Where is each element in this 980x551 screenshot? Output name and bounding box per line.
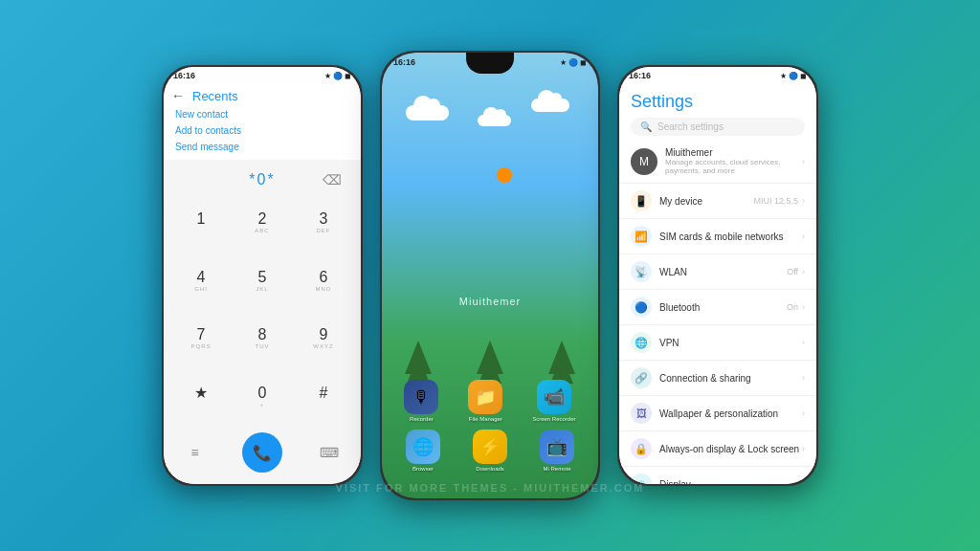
dialer-key-5[interactable]: 5 JKL	[233, 253, 292, 309]
wlan-content: WLAN	[659, 267, 787, 277]
dialer-key-9[interactable]: 9 WXYZ	[294, 311, 353, 367]
settings-connection[interactable]: 🔗 Connection & sharing ›	[619, 361, 816, 396]
dialer-key-6[interactable]: 6 MNO	[294, 253, 353, 309]
dialer-key-hash[interactable]: #	[294, 368, 353, 425]
dialer-key-4[interactable]: 4 GHI	[171, 253, 231, 309]
app-files-label: File Manager	[469, 416, 502, 422]
search-icon: 🔍	[640, 121, 652, 132]
app-file-manager[interactable]: 📁 File Manager	[468, 380, 502, 422]
dialer-key-0[interactable]: 0 +	[233, 368, 292, 425]
wallpaper-icon: 🖼	[631, 403, 652, 424]
cloud-1	[406, 105, 449, 121]
app-downloads[interactable]: ⚡ Downloads	[473, 430, 507, 472]
phone-home: 16:16 ★ 🔵 ◼ Miuithemer 🎙 Recorder 📁 F	[380, 51, 600, 500]
settings-wlan[interactable]: 📡 WLAN Off ›	[619, 254, 816, 290]
home-screen: 16:16 ★ 🔵 ◼ Miuithemer 🎙 Recorder 📁 F	[382, 53, 598, 498]
phone-frame-center: 16:16 ★ 🔵 ◼ Miuithemer 🎙 Recorder 📁 F	[380, 51, 600, 500]
wlan-title: WLAN	[659, 267, 787, 277]
trees	[382, 341, 598, 374]
cloud-2	[478, 115, 511, 126]
cloud-3	[531, 99, 569, 112]
dialer-keypad: 1 2 ABC 3 DEF 4 GHI 5 JKL	[164, 194, 361, 425]
phone-frame-right: 16:16 ★ 🔵 ◼ Settings 🔍 Search settings M…	[617, 65, 818, 486]
dialer-delete-icon[interactable]: ⌫	[323, 172, 342, 187]
profile-avatar: M	[631, 148, 657, 175]
app-row-2: 🌐 Browser ⚡ Downloads 📺 Mi Remote	[390, 430, 590, 472]
my-device-title: My device	[659, 196, 753, 207]
settings-screen: 16:16 ★ 🔵 ◼ Settings 🔍 Search settings M…	[619, 67, 816, 484]
profile-chevron: ›	[802, 157, 805, 166]
app-recorder[interactable]: 🎙 Recorder	[404, 380, 438, 422]
dialer-input-area: *0* ⌫	[164, 160, 361, 194]
dialer-top-bar: ← Recents	[164, 84, 361, 105]
settings-wallpaper[interactable]: 🖼 Wallpaper & personalization ›	[619, 396, 816, 431]
tree-2	[477, 341, 503, 374]
my-device-value: MIUI 12.5.5	[753, 196, 798, 206]
app-recorder-icon: 🎙	[404, 380, 438, 414]
new-contact-link[interactable]: New contact	[175, 109, 349, 120]
home-apps: 🎙 Recorder 📁 File Manager 📹 Screen Recor…	[390, 380, 590, 479]
settings-search-bar[interactable]: 🔍 Search settings	[631, 118, 805, 136]
dialer-key-8[interactable]: 8 TUV	[233, 311, 292, 367]
settings-title: Settings	[631, 92, 805, 112]
dialer-screen: 16:16 ★ 🔵 ◼ ← Recents New contact Add to…	[164, 67, 361, 484]
dialer-key-1[interactable]: 1	[171, 194, 231, 251]
app-screen-recorder[interactable]: 📹 Screen Recorder	[532, 380, 575, 422]
home-status-time: 16:16	[393, 57, 415, 67]
connection-content: Connection & sharing	[659, 373, 802, 384]
app-browser-label: Browser	[412, 466, 434, 472]
profile-info: Miuithemer Manage accounts, cloud servic…	[665, 147, 802, 175]
dialer-key-2[interactable]: 2 ABC	[233, 194, 292, 251]
my-device-content: My device	[659, 196, 753, 207]
app-screenrec-label: Screen Recorder	[532, 416, 575, 422]
settings-vpn[interactable]: 🌐 VPN ›	[619, 325, 816, 361]
settings-always-on[interactable]: 🔒 Always-on display & Lock screen ›	[619, 431, 816, 467]
status-icons-dialer: ★ 🔵 ◼	[324, 72, 351, 80]
home-status-icons: ★ 🔵 ◼	[560, 58, 587, 67]
dialer-key-star[interactable]: ★	[171, 368, 231, 425]
status-bar-dialer: 16:16 ★ 🔵 ◼	[164, 67, 361, 84]
dialer-input-text: *0*	[249, 171, 275, 188]
wlan-chevron: ›	[802, 267, 805, 276]
phone-settings: 16:16 ★ 🔵 ◼ Settings 🔍 Search settings M…	[617, 65, 818, 486]
settings-display[interactable]: ☀ Display ›	[619, 467, 816, 484]
sim-chevron: ›	[802, 231, 805, 241]
my-device-icon: 📱	[631, 190, 652, 211]
bluetooth-icon: 🔵	[631, 297, 652, 318]
dialer-key-7[interactable]: 7 PQRS	[171, 311, 231, 367]
settings-header: Settings 🔍 Search settings	[619, 84, 816, 140]
connection-icon: 🔗	[631, 367, 652, 388]
dialer-menu-btn[interactable]: ≡	[180, 437, 211, 468]
settings-status-icons: ★ 🔵 ◼	[780, 72, 807, 80]
bluetooth-title: Bluetooth	[659, 302, 787, 313]
settings-my-device[interactable]: 📱 My device MIUI 12.5.5 ›	[619, 184, 816, 219]
back-arrow-icon[interactable]: ←	[171, 88, 185, 103]
app-miremote-label: Mi Remote	[543, 466, 570, 472]
profile-desc: Manage accounts, cloud services, payment…	[665, 158, 802, 175]
connection-title: Connection & sharing	[659, 373, 802, 384]
tree-3	[548, 341, 575, 374]
settings-profile-item[interactable]: M Miuithemer Manage accounts, cloud serv…	[619, 140, 816, 184]
add-to-contacts-link[interactable]: Add to contacts	[175, 125, 349, 136]
app-browser[interactable]: 🌐 Browser	[406, 430, 440, 472]
app-downloads-label: Downloads	[476, 466, 504, 472]
vpn-content: VPN	[659, 338, 802, 348]
app-mi-remote[interactable]: 📺 Mi Remote	[540, 430, 574, 472]
dialer-menu: New contact Add to contacts Send message	[164, 105, 361, 160]
wallpaper-title: Wallpaper & personalization	[659, 408, 802, 419]
profile-name: Miuithemer	[665, 147, 802, 158]
status-time-dialer: 16:16	[173, 71, 195, 80]
settings-sim-cards[interactable]: 📶 SIM cards & mobile networks ›	[619, 219, 816, 254]
settings-list: 📱 My device MIUI 12.5.5 › 📶 SIM cards & …	[619, 184, 816, 484]
app-row-1: 🎙 Recorder 📁 File Manager 📹 Screen Recor…	[390, 380, 590, 422]
call-button[interactable]: 📞	[242, 432, 282, 473]
dialer-key-3[interactable]: 3 DEF	[294, 194, 353, 251]
settings-bluetooth[interactable]: 🔵 Bluetooth On ›	[619, 290, 816, 325]
sim-title: SIM cards & mobile networks	[659, 231, 802, 242]
wallpaper-chevron: ›	[802, 408, 805, 418]
vpn-icon: 🌐	[631, 332, 652, 353]
recents-title: Recents	[192, 89, 238, 103]
send-message-link[interactable]: Send message	[175, 142, 349, 152]
dialer-keypad-btn[interactable]: ⌨	[314, 437, 345, 468]
vpn-title: VPN	[659, 338, 802, 348]
